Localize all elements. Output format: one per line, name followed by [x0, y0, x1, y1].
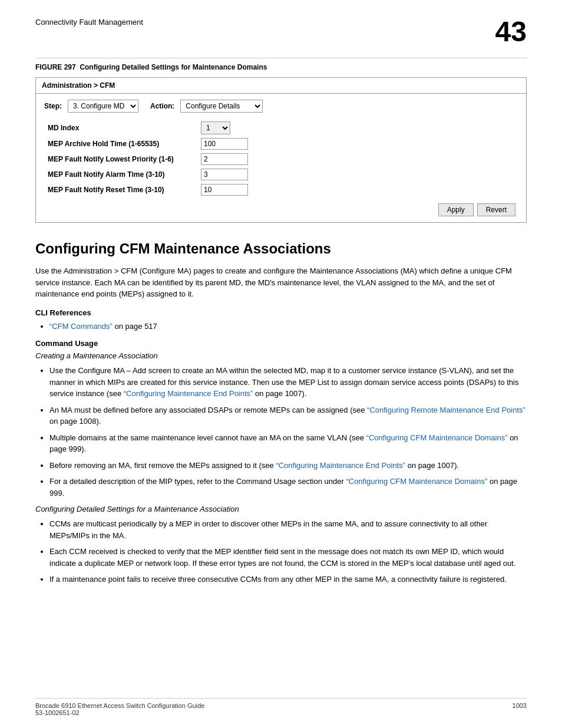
md-index-select[interactable]: 1 — [201, 121, 230, 134]
action-label: Action: — [150, 102, 174, 110]
field-value-lowest-priority — [197, 151, 518, 167]
table-row: MEP Fault Notify Lowest Priority (1-6) — [44, 151, 518, 167]
configuring-mep-link-1[interactable]: “Configuring Maintenance End Points” — [124, 389, 253, 398]
list-item: Each CCM received is checked to verify t… — [49, 546, 527, 569]
footer-part-number: 53-1002651-02 — [35, 709, 204, 716]
figure-caption: FIGURE 297 Configuring Detailed Settings… — [35, 63, 527, 71]
list-item: “CFM Commands” on page 517 — [49, 321, 527, 332]
cli-references-title: CLI References — [35, 308, 527, 317]
field-label-archive: MEP Archive Hold Time (1-65535) — [44, 136, 197, 151]
archive-hold-time-input[interactable] — [201, 138, 248, 150]
configuring-mep-link-2[interactable]: “Configuring Maintenance End Points” — [276, 461, 405, 470]
table-row: MEP Fault Notify Reset Time (3-10) — [44, 182, 518, 197]
revert-button[interactable]: Revert — [477, 203, 515, 216]
page-number: 43 — [495, 18, 527, 46]
configuring-cfm-domains-link-2[interactable]: “Configuring CFM Maintenance Domains” — [346, 477, 487, 486]
field-label-alarm-time: MEP Fault Notify Alarm Time (3-10) — [44, 167, 197, 182]
cfm-commands-link[interactable]: “CFM Commands” — [49, 322, 113, 331]
list-item: If a maintenance point fails to receive … — [49, 574, 527, 585]
lowest-priority-input[interactable] — [201, 153, 248, 165]
field-value-md-index: 1 — [197, 120, 518, 136]
footer-product: Brocade 6910 Ethernet Access Switch Conf… — [35, 702, 204, 709]
cli-ref-page: on page 517 — [115, 322, 157, 331]
field-label-lowest-priority: MEP Fault Notify Lowest Priority (1-6) — [44, 151, 197, 167]
header-section-title: Connectivity Fault Management — [35, 18, 143, 27]
list-item: Before removing an MA, first remove the … — [49, 460, 527, 472]
list-item: Use the Configure MA – Add screen to cre… — [49, 365, 527, 400]
alarm-time-input[interactable] — [201, 169, 248, 180]
footer-right: 1003 — [513, 702, 527, 716]
field-value-alarm-time — [197, 167, 518, 182]
configuring-cfm-domains-link-1[interactable]: “Configuring CFM Maintenance Domains” — [366, 433, 508, 442]
field-label-md-index: MD Index — [44, 120, 197, 136]
field-label-reset-time: MEP Fault Notify Reset Time (3-10) — [44, 182, 197, 197]
list-item: For a detailed description of the MIP ty… — [49, 476, 527, 499]
figure-caption-text: Configuring Detailed Settings for Mainte… — [80, 63, 267, 71]
configuring-ma-list: CCMs are multicast periodically by a MEP… — [49, 518, 527, 585]
apply-button[interactable]: Apply — [438, 203, 474, 216]
list-item: Multiple domains at the same maintenance… — [49, 432, 527, 455]
creating-ma-list: Use the Configure MA – Add screen to cre… — [49, 365, 527, 499]
cli-references-list: “CFM Commands” on page 517 — [49, 321, 527, 332]
list-item: An MA must be defined before any associa… — [49, 404, 527, 427]
admin-panel-header: Administration > CFM — [36, 78, 526, 94]
command-usage-title: Command Usage — [35, 339, 527, 348]
configuring-remote-mep-link[interactable]: “Configuring Remote Maintenance End Poin… — [367, 406, 525, 414]
table-row: MD Index 1 — [44, 120, 518, 136]
admin-panel: Administration > CFM Step: 3. Configure … — [35, 77, 527, 223]
footer-left: Brocade 6910 Ethernet Access Switch Conf… — [35, 702, 204, 716]
table-row: MEP Fault Notify Alarm Time (3-10) — [44, 167, 518, 182]
intro-paragraph: Use the Administration > CFM (Configure … — [35, 265, 527, 300]
subtitle-creating: Creating a Maintenance Association — [35, 351, 527, 360]
section-header: Connectivity Fault Management — [35, 18, 143, 27]
form-table: MD Index 1 MEP Archive Hold Time (1-6553… — [44, 120, 518, 197]
reset-time-input[interactable] — [201, 184, 248, 196]
step-select[interactable]: 3. Configure MD — [68, 100, 138, 113]
field-value-reset-time — [197, 182, 518, 197]
figure-label: FIGURE 297 — [35, 63, 76, 71]
action-select[interactable]: Configure Details — [180, 100, 263, 113]
step-label: Step: — [44, 102, 62, 110]
table-row: MEP Archive Hold Time (1-65535) — [44, 136, 518, 151]
field-value-archive — [197, 136, 518, 151]
main-section-title: Configuring CFM Maintenance Associations — [35, 241, 527, 257]
subtitle-configuring: Configuring Detailed Settings for a Main… — [35, 505, 527, 513]
page-footer: Brocade 6910 Ethernet Access Switch Conf… — [35, 698, 527, 716]
list-item: CCMs are multicast periodically by a MEP… — [49, 518, 527, 541]
